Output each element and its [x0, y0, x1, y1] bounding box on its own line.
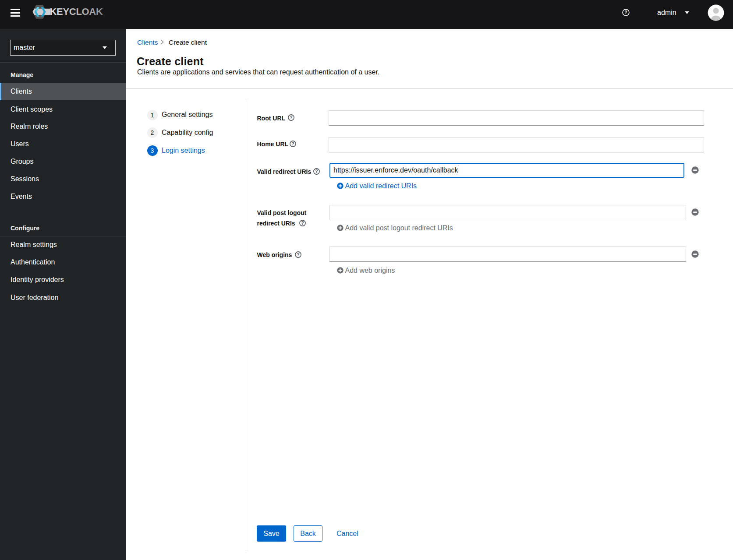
svg-text:?: ? [624, 10, 627, 15]
svg-text:?: ? [291, 141, 294, 146]
svg-text:KEYCLOAK: KEYCLOAK [50, 6, 103, 17]
svg-text:?: ? [297, 252, 299, 257]
svg-text:?: ? [301, 220, 304, 225]
svg-text:?: ? [290, 115, 292, 120]
svg-text:?: ? [315, 169, 318, 174]
